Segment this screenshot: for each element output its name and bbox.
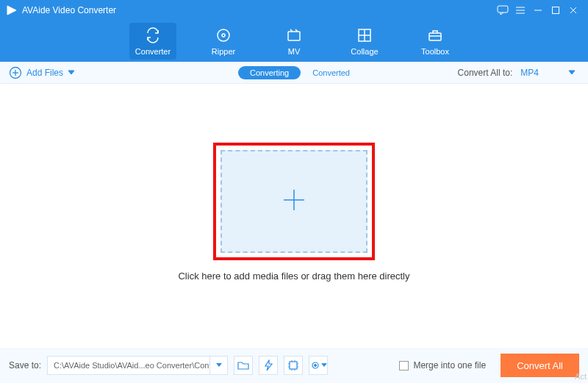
- tab-label: Toolbox: [421, 47, 449, 56]
- save-to-label: Save to:: [9, 360, 41, 371]
- footer-bar: Save to: C:\AVAide Studio\AVAid...eo Con…: [0, 348, 588, 383]
- output-format-select[interactable]: MP4: [517, 65, 579, 80]
- minimize-icon[interactable]: [529, 3, 547, 18]
- tab-mv[interactable]: MV: [270, 23, 318, 60]
- main-nav: Converter Ripper MV Collage Toolbox: [0, 21, 588, 62]
- close-icon[interactable]: [564, 3, 582, 18]
- tab-label: Ripper: [212, 47, 235, 56]
- svg-rect-15: [429, 33, 441, 40]
- svg-point-10: [222, 34, 225, 37]
- watermark-text: Act: [575, 372, 587, 381]
- save-path-dropdown[interactable]: [209, 357, 227, 374]
- checkbox-icon: [399, 361, 409, 371]
- svg-point-9: [218, 29, 229, 41]
- menu-icon[interactable]: [512, 3, 529, 18]
- add-files-button[interactable]: Add Files: [9, 66, 75, 79]
- svg-marker-20: [68, 71, 74, 74]
- high-speed-button[interactable]: [259, 356, 278, 375]
- tab-label: MV: [288, 47, 301, 56]
- save-path-value: C:\AVAide Studio\AVAid...eo Converter\Co…: [48, 361, 209, 370]
- svg-marker-0: [7, 6, 16, 15]
- gpu-accel-button[interactable]: [284, 356, 303, 375]
- format-value: MP4: [520, 68, 539, 78]
- convert-all-to-group: Convert All to: MP4: [458, 65, 579, 80]
- svg-rect-1: [498, 6, 508, 12]
- status-tabs: Converting Converted: [238, 66, 350, 79]
- svg-marker-37: [321, 364, 326, 367]
- app-title: AVAide Video Converter: [22, 5, 116, 15]
- toolbox-icon: [427, 27, 443, 45]
- tab-label: Collage: [351, 47, 378, 56]
- dropzone-message: Click here to add media files or drag th…: [178, 271, 409, 282]
- convert-all-to-label: Convert All to:: [458, 68, 513, 78]
- merge-label: Merge into one file: [413, 360, 486, 371]
- svg-rect-11: [288, 32, 300, 40]
- merge-checkbox[interactable]: Merge into one file: [399, 360, 486, 371]
- mv-icon: [286, 27, 302, 45]
- disc-icon: [215, 27, 232, 45]
- svg-marker-25: [265, 360, 272, 371]
- svg-marker-24: [216, 363, 222, 367]
- sub-toolbar: Add Files Converting Converted Convert A…: [0, 62, 588, 84]
- tab-converted[interactable]: Converted: [312, 68, 350, 77]
- save-path-field: C:\AVAide Studio\AVAid...eo Converter\Co…: [47, 356, 228, 375]
- maximize-icon[interactable]: [547, 3, 564, 18]
- tab-converting[interactable]: Converting: [238, 66, 301, 79]
- add-media-dropzone[interactable]: [220, 150, 368, 253]
- tab-converter[interactable]: Converter: [129, 23, 176, 60]
- feedback-icon[interactable]: [494, 3, 512, 18]
- open-folder-button[interactable]: [234, 356, 253, 375]
- tab-label: Converter: [135, 47, 171, 56]
- chevron-down-icon: [568, 70, 576, 76]
- app-logo-icon: [6, 4, 18, 16]
- add-files-label: Add Files: [26, 68, 63, 78]
- svg-rect-26: [290, 362, 297, 369]
- svg-point-36: [314, 365, 316, 367]
- plus-icon: [279, 185, 309, 218]
- titlebar: AVAide Video Converter: [0, 0, 588, 21]
- chevron-down-icon: [68, 68, 75, 78]
- settings-button[interactable]: [309, 356, 328, 375]
- main-area: Click here to add media files or drag th…: [0, 84, 588, 348]
- tab-toolbox[interactable]: Toolbox: [412, 23, 459, 60]
- dropzone-highlight: [213, 143, 375, 260]
- convert-all-button[interactable]: Convert All: [501, 354, 579, 377]
- converter-icon: [145, 27, 161, 45]
- convert-all-label: Convert All: [517, 360, 563, 371]
- tab-collage[interactable]: Collage: [341, 23, 388, 60]
- svg-marker-21: [569, 71, 575, 74]
- collage-icon: [356, 27, 373, 45]
- svg-rect-6: [553, 7, 559, 14]
- tab-ripper[interactable]: Ripper: [200, 23, 247, 60]
